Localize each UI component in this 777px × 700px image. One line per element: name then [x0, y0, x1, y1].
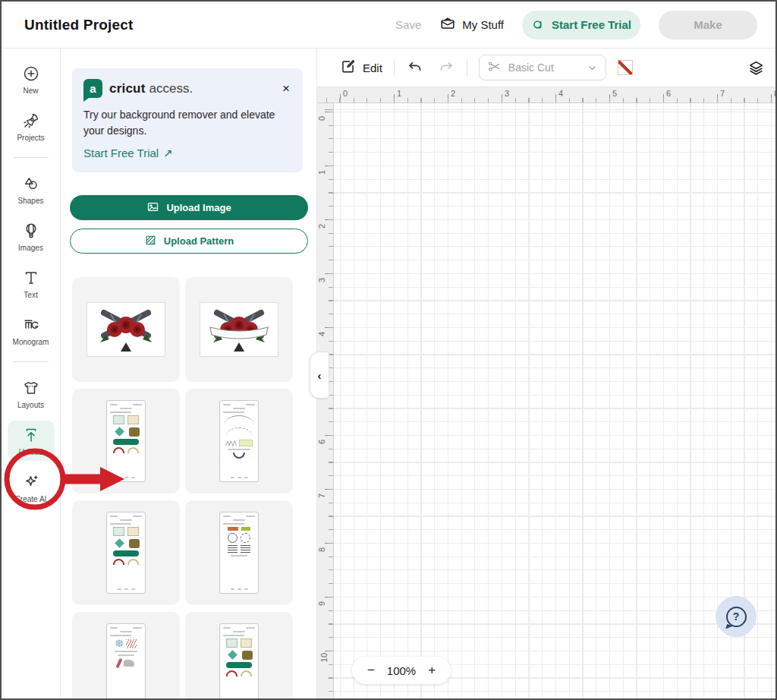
upload-pattern-button[interactable]: Upload Pattern	[70, 229, 308, 254]
promo-start-free-trial-link[interactable]: Start Free Trial ↗	[83, 147, 173, 160]
promo-link-label: Start Free Trial	[83, 147, 159, 160]
layers-button[interactable]	[747, 59, 765, 77]
linetype-dropdown[interactable]: Basic Cut	[479, 55, 606, 80]
left-rail: NewProjectsShapesImagesTextMonogramLayou…	[2, 49, 61, 698]
tshirt-icon	[22, 379, 40, 397]
ruler-number: 1	[397, 89, 401, 98]
thumbnail-roses[interactable]	[72, 277, 180, 382]
envelope-icon	[439, 15, 456, 34]
ruler-number: 6	[666, 89, 671, 98]
rocket-icon	[22, 112, 40, 130]
ruler-number: 7	[720, 89, 725, 98]
thumbnail-phone-app[interactable]	[72, 500, 180, 605]
roses-daggers-artwork	[201, 304, 277, 355]
rail-divider	[14, 361, 49, 362]
roses-daggers-artwork	[88, 304, 164, 355]
zoom-out-button[interactable]: −	[367, 663, 375, 678]
promo-header: a cricut access. ×	[83, 79, 291, 98]
sidebar-item-label: Monogram	[13, 338, 49, 346]
thumbnail-roses-banner[interactable]	[185, 277, 293, 382]
zoom-control: − 100% +	[352, 657, 451, 684]
thumbnail-phone-app[interactable]	[72, 389, 180, 493]
canvas-area: Edit Basic Cut	[317, 49, 775, 698]
ruler-number: 5	[612, 89, 617, 98]
uploaded-images-grid: ⋀⋀⋀❆	[72, 277, 316, 698]
thumbnail-phone-app[interactable]	[185, 612, 293, 698]
thumbnail-phone-snowflake[interactable]: ❆	[72, 612, 180, 698]
sidebar-item-text[interactable]: Text	[8, 263, 55, 304]
sidebar-item-label: Create AI	[15, 495, 47, 503]
color-swatch[interactable]	[618, 60, 633, 75]
panel-collapse-button[interactable]: ‹	[310, 352, 329, 399]
layers-icon	[747, 59, 765, 77]
chevron-down-icon	[587, 62, 598, 74]
my-stuff-button[interactable]: My Stuff	[439, 15, 504, 34]
ruler-number: 4	[558, 89, 563, 98]
thumbnail-phone-stickers[interactable]	[185, 500, 293, 605]
thumbnail-image	[219, 623, 259, 698]
thumbnail-phone-map[interactable]: ⋀⋀⋀	[185, 389, 293, 493]
upload-panel: a cricut access. × Try our background re…	[61, 49, 317, 698]
thumbnail-image	[106, 400, 146, 482]
sparkle-icon	[22, 473, 40, 491]
zoom-in-button[interactable]: +	[428, 663, 436, 678]
promo-brand-light: access.	[149, 81, 193, 96]
sidebar-item-new[interactable]: New	[8, 59, 55, 99]
shapes-icon	[22, 175, 40, 193]
app-window: Untitled Project Save My Stuff Start Fre…	[0, 0, 777, 700]
ruler-number: 6	[317, 440, 326, 444]
sidebar-item-label: Projects	[17, 134, 44, 142]
sidebar-item-monogram[interactable]: Monogram	[8, 311, 55, 351]
promo-brand-bold: cricut	[109, 81, 146, 96]
balloon-icon	[22, 222, 40, 240]
plus-circle-icon	[22, 65, 40, 83]
linetype-value: Basic Cut	[508, 61, 554, 74]
text-icon	[22, 269, 40, 287]
save-button[interactable]: Save	[395, 18, 421, 31]
upload-icon	[22, 426, 40, 444]
toolbar-divider	[394, 59, 395, 76]
sidebar-item-label: Upload	[19, 448, 43, 456]
ruler-number: 10	[319, 653, 329, 662]
horizontal-ruler: 012345678	[317, 87, 775, 103]
help-button[interactable]: ?	[716, 596, 757, 637]
edit-button[interactable]: Edit	[340, 58, 382, 77]
ruler-number: 3	[317, 278, 326, 282]
redo-button[interactable]	[436, 58, 455, 77]
sidebar-item-label: Layouts	[17, 401, 44, 409]
ruler-number: 2	[317, 224, 326, 229]
ruler-number: 1	[317, 170, 326, 175]
sidebar-item-layouts[interactable]: Layouts	[8, 374, 55, 414]
start-free-trial-label: Start Free Trial	[552, 18, 631, 31]
start-free-trial-button[interactable]: Start Free Trial	[522, 11, 640, 39]
sidebar-item-label: New	[23, 87, 38, 95]
redo-icon	[438, 60, 454, 76]
make-button[interactable]: Make	[659, 11, 757, 39]
thumbnail-image	[106, 512, 146, 594]
upload-image-button[interactable]: Upload Image	[70, 195, 308, 220]
sidebar-item-label: Images	[18, 244, 43, 252]
header-actions: Save My Stuff Start Free Trial Make	[395, 11, 757, 39]
ruler-number: 7	[317, 493, 326, 498]
thumbnail-image	[219, 512, 259, 594]
zoom-level: 100%	[387, 664, 416, 677]
canvas-grid[interactable]	[334, 103, 775, 698]
edit-icon	[340, 58, 356, 77]
sidebar-item-upload[interactable]: Upload	[8, 421, 55, 461]
undo-button[interactable]	[406, 58, 425, 77]
thumbnail-image	[87, 302, 165, 357]
thumbnail-image	[200, 302, 278, 357]
cricut-access-badge-icon: a	[83, 79, 102, 98]
vertical-ruler: 012345678910	[317, 103, 334, 698]
monogram-icon	[22, 316, 40, 334]
image-icon	[146, 200, 159, 216]
pattern-icon	[144, 234, 157, 249]
ruler-number: 8	[774, 89, 775, 98]
sidebar-item-images[interactable]: Images	[8, 216, 55, 257]
edit-label: Edit	[363, 61, 382, 74]
cricut-logo-icon	[531, 17, 546, 33]
close-icon[interactable]: ×	[281, 82, 291, 95]
sidebar-item-shapes[interactable]: Shapes	[8, 169, 55, 210]
sidebar-item-create-ai[interactable]: Create AI	[8, 468, 55, 508]
sidebar-item-projects[interactable]: Projects	[8, 106, 55, 147]
